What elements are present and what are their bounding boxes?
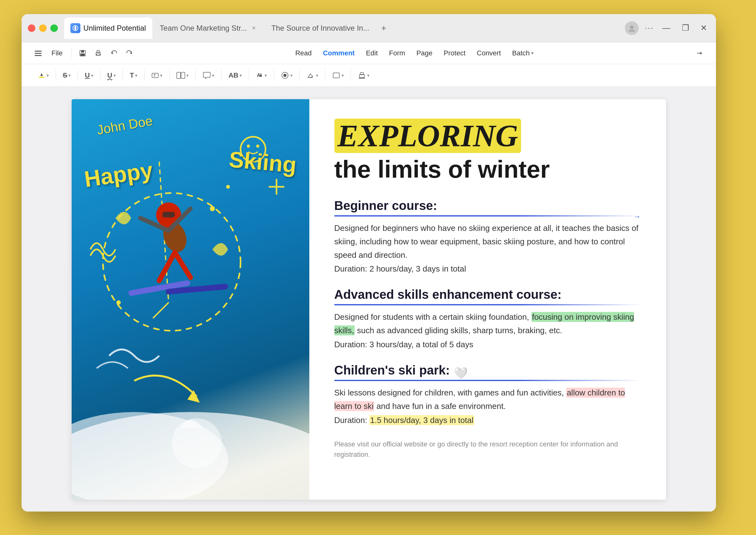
browser-window: Unlimited Potential Team One Marketing S… <box>22 14 716 512</box>
strikethrough-tool[interactable]: S ▾ <box>59 69 75 82</box>
close-button[interactable] <box>28 24 35 32</box>
font-color-tool[interactable]: A ▾ <box>252 69 271 82</box>
underline-wavy-tool[interactable]: U ▾ <box>103 69 120 82</box>
childrens-duration: Duration: 1.5 hours/day, 3 days in total <box>334 415 641 425</box>
minimize-button[interactable] <box>39 24 47 32</box>
menu-convert[interactable]: Convert <box>472 47 506 60</box>
menu-form[interactable]: Form <box>384 47 410 60</box>
text-area-tool[interactable]: ▾ <box>173 69 192 82</box>
highlight-tool[interactable]: ▾ <box>34 69 53 82</box>
section-advanced: Advanced skills enhancement course: Desi… <box>334 288 641 350</box>
tab-source-innovative[interactable]: The Source of Innovative In... <box>265 17 376 39</box>
close-window-button[interactable]: ✕ <box>698 22 710 34</box>
hamburger-menu[interactable] <box>31 47 45 59</box>
svg-rect-17 <box>181 72 185 78</box>
sep9 <box>249 70 249 81</box>
menu-file[interactable]: File <box>47 47 68 60</box>
page-container: John Doe Happy Skiing EXPLORING the limi… <box>72 99 666 500</box>
content-area[interactable]: John Doe Happy Skiing EXPLORING the limi… <box>22 87 716 512</box>
save-button[interactable] <box>75 47 90 59</box>
menu-page[interactable]: Page <box>411 47 437 60</box>
advanced-duration: Duration: 3 hours/day, a total of 5 days <box>334 340 641 350</box>
color-picker-tool[interactable]: ▾ <box>277 69 296 82</box>
avatar[interactable] <box>625 21 639 35</box>
sep12 <box>325 70 325 81</box>
svg-rect-23 <box>333 73 339 78</box>
svg-text:T: T <box>153 73 156 77</box>
add-tab-button[interactable]: + <box>377 21 391 35</box>
text-insert-tool[interactable]: T ▾ <box>126 69 141 82</box>
menu-protect[interactable]: Protect <box>439 47 471 60</box>
highlight-chevron: ▾ <box>47 73 49 78</box>
eraser-chevron: ▾ <box>316 73 318 78</box>
maximize-button[interactable] <box>50 24 58 32</box>
redo-button[interactable] <box>122 47 137 59</box>
right-content-panel: EXPLORING the limits of winter Beginner … <box>309 99 666 500</box>
sep3 <box>100 70 100 81</box>
sep8 <box>221 70 222 81</box>
beginner-duration: Duration: 2 hours/day, 3 days in total <box>334 264 641 274</box>
share-button[interactable] <box>692 47 707 59</box>
sep1 <box>56 70 56 81</box>
eraser-tool[interactable]: ▾ <box>303 69 322 82</box>
svg-rect-2 <box>35 51 41 52</box>
svg-rect-6 <box>81 50 84 53</box>
more-options-button[interactable]: ··· <box>645 23 654 33</box>
menu-read[interactable]: Read <box>290 47 317 60</box>
childrens-body: Ski lessons designed for children, with … <box>334 386 641 413</box>
svg-rect-13 <box>39 77 44 78</box>
left-image-panel: John Doe Happy Skiing <box>72 99 309 500</box>
text-box-tool[interactable]: T ▾ <box>148 69 166 82</box>
title-bar-actions: ··· — ❐ ✕ <box>625 21 710 35</box>
restore-window-button[interactable]: ❐ <box>679 22 691 34</box>
tab-label-3: The Source of Innovative In... <box>271 24 369 33</box>
tab-unlimited-potential[interactable]: Unlimited Potential <box>64 17 152 39</box>
menu-separator-1 <box>71 48 72 58</box>
sep5 <box>144 70 145 81</box>
window-shadow: Unlimited Potential Team One Marketing S… <box>22 14 735 521</box>
menu-edit[interactable]: Edit <box>361 47 383 60</box>
comment-tool[interactable]: ▾ <box>199 69 218 82</box>
text-area-chevron: ▾ <box>186 73 189 78</box>
tab-icon-1 <box>70 23 80 33</box>
tab-label-2: Team One Marketing Str... <box>160 24 247 33</box>
sep4 <box>122 70 123 81</box>
footer-note: Please visit our official website or go … <box>334 439 641 460</box>
childrens-duration-before: Duration: <box>334 415 370 425</box>
svg-rect-10 <box>97 54 100 55</box>
underline-tool[interactable]: U ▾ <box>81 69 97 82</box>
tab-close-2[interactable]: ✕ <box>250 24 257 32</box>
childrens-title-container: Children's ski park: 🤍 <box>334 363 641 380</box>
shape-chevron: ▾ <box>341 73 344 78</box>
svg-text:A: A <box>257 72 260 78</box>
svg-rect-16 <box>177 72 180 78</box>
color-picker-chevron: ▾ <box>290 73 292 78</box>
heart-icon: 🤍 <box>454 367 468 380</box>
ski-text-overlay: John Doe Happy Skiing <box>72 99 309 500</box>
subtitle: the limits of winter <box>334 156 641 183</box>
text-insert-chevron: ▾ <box>135 73 137 78</box>
minimize-window-button[interactable]: — <box>660 22 673 34</box>
sep2 <box>78 70 78 81</box>
svg-point-1 <box>630 25 634 29</box>
tab-team-marketing[interactable]: Team One Marketing Str... ✕ <box>153 17 264 39</box>
menu-batch[interactable]: Batch ▾ <box>507 47 538 60</box>
advanced-underline <box>334 304 641 305</box>
stamp-tool[interactable]: ▾ <box>354 69 373 82</box>
beginner-underline <box>334 215 641 216</box>
sep11 <box>299 70 300 81</box>
menu-comment[interactable]: Comment <box>318 47 359 60</box>
stamp-chevron: ▾ <box>367 73 369 78</box>
undo-button[interactable] <box>107 47 121 59</box>
comment-chevron: ▾ <box>212 73 214 78</box>
toolbar: ▾ S ▾ U ▾ U ▾ T ▾ <box>22 64 716 87</box>
text-size-tool[interactable]: AB ▾ <box>225 69 246 82</box>
text-size-chevron: ▾ <box>240 73 242 78</box>
shape-rectangle-tool[interactable]: ▾ <box>328 69 347 82</box>
svg-rect-7 <box>80 53 85 56</box>
section-beginner: Beginner course: Designed for beginners … <box>334 199 641 274</box>
beginner-title: Beginner course: <box>334 199 437 213</box>
print-button[interactable] <box>91 47 105 59</box>
section-childrens: Children's ski park: 🤍 Ski lessons desig… <box>334 363 641 425</box>
advanced-body-after: such as advanced gliding skills, sharp t… <box>355 326 562 335</box>
